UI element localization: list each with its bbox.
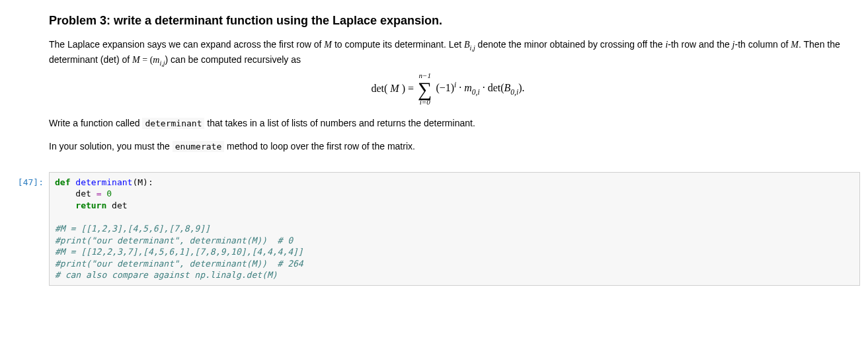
- intro-text-4: -th row and the: [668, 39, 732, 50]
- sigma-block: n−1 ∑ i=0: [418, 72, 432, 106]
- p2-text-1: Write a function called: [49, 118, 142, 128]
- return-tail: det: [106, 200, 127, 210]
- notebook-page: Problem 3: write a determinant function …: [0, 0, 868, 295]
- intro-text-7: ) can be computed recursively as: [165, 54, 301, 65]
- comment-1: #M = [[1,2,3],[4,5,6],[7,8,9]]: [55, 224, 210, 234]
- eq-det-open: det(: [371, 81, 387, 97]
- eq-B0: B: [504, 83, 511, 94]
- intro-text-3: denote the minor obtained by crossing of…: [475, 39, 666, 50]
- instruction-para-1: Write a function called determinant that…: [49, 116, 847, 130]
- math-M2: M: [791, 40, 799, 50]
- math-M: M: [324, 40, 332, 50]
- math-m-sub: i,j: [159, 60, 165, 67]
- math-B: B: [464, 40, 470, 50]
- kw-return: return: [75, 200, 106, 210]
- comment-4: #print("our determinant", determinant(M)…: [55, 259, 303, 269]
- intro-text-5: -th column of: [734, 39, 791, 50]
- eq-neg1: (−1): [436, 83, 454, 94]
- math-eq: = (: [140, 55, 153, 65]
- num-zero: 0: [101, 189, 112, 198]
- sigma-lower: i=0: [420, 99, 430, 106]
- eq-dot1: ·: [456, 83, 464, 94]
- fn-name: determinant: [75, 177, 132, 187]
- comment-5: # can also compare against np.linalg.det…: [55, 270, 278, 280]
- indent-2: [55, 200, 75, 210]
- intro-text-1: The Laplace expansion says we can expand…: [49, 39, 324, 50]
- comment-3: #M = [[12,2,3,7],[4,5,6,1],[7,8,9,10],[4…: [55, 247, 303, 257]
- sigma-symbol: ∑: [418, 80, 432, 98]
- markdown-cell: Problem 3: write a determinant function …: [8, 12, 860, 153]
- code-input-area[interactable]: def determinant(M): det = 0 return det #…: [49, 172, 860, 286]
- display-equation: det(M) = n−1 ∑ i=0 (−1)i · m0,i · det(B0…: [49, 72, 847, 106]
- sig-tail: (M):: [132, 177, 153, 187]
- eq-m0-sub: 0,i: [472, 88, 480, 96]
- p3-text-1: In your solution, you must the: [49, 141, 173, 151]
- comment-2: #print("our determinant", determinant(M)…: [55, 236, 293, 245]
- assign-left: det: [75, 189, 96, 198]
- intro-paragraph: The Laplace expansion says we can expand…: [49, 38, 847, 68]
- math-m: m: [153, 55, 159, 65]
- p2-text-2: that takes in a list of lists of numbers…: [204, 118, 475, 128]
- instruction-para-2: In your solution, you must the enumerate…: [49, 140, 847, 153]
- math-M3: M: [132, 55, 140, 65]
- eq-m0: m: [464, 83, 472, 94]
- eq-close-eq: ) =: [402, 81, 414, 97]
- eq-B0-sub: 0,i: [510, 88, 518, 96]
- code-cell: [47]: def determinant(M): det = 0 return…: [8, 172, 860, 286]
- math-B-sub: i,j: [470, 44, 475, 52]
- intro-text-2: to compute its determinant. Let: [332, 39, 464, 50]
- eq-tail: ).: [518, 83, 524, 94]
- code-content[interactable]: def determinant(M): det = 0 return det #…: [55, 177, 854, 281]
- code-determinant: determinant: [142, 118, 204, 129]
- p3-text-2: method to loop over the first row of the…: [224, 141, 415, 151]
- indent-1: [55, 189, 75, 198]
- input-prompt: [47]:: [8, 172, 49, 189]
- problem-heading: Problem 3: write a determinant function …: [49, 12, 847, 30]
- kw-def: def: [55, 177, 70, 187]
- eq-dot2: · det(: [480, 83, 504, 94]
- eq-M: M: [390, 81, 399, 97]
- code-enumerate: enumerate: [173, 141, 224, 152]
